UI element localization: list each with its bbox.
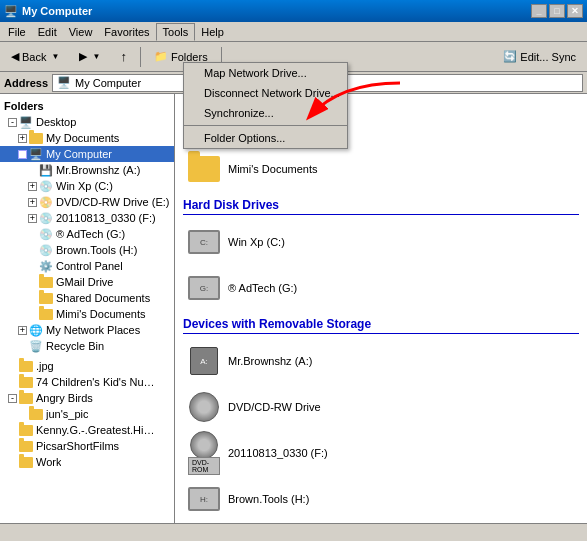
up-icon: ↑: [120, 49, 127, 64]
up-button[interactable]: ↑: [113, 45, 134, 69]
content-item-drive-g[interactable]: G: ® AdTech (G:): [183, 267, 403, 309]
sidebar-label-floppy-a: Mr.Brownshz (A:): [56, 164, 140, 176]
sidebar-item-my-documents[interactable]: My Documents: [0, 130, 174, 146]
sidebar-label-angry-birds: Angry Birds: [36, 392, 93, 404]
menu-disconnect-network-drive[interactable]: Disconnect Network Drive...: [184, 83, 347, 103]
expander-drive-f[interactable]: [28, 214, 37, 223]
sidebar-item-desktop[interactable]: 🖥️ Desktop: [0, 114, 174, 130]
mimis-docs-large-icon: [188, 153, 220, 185]
expander-my-documents[interactable]: [18, 134, 27, 143]
drive-f-content-label: 20110813_0330 (F:): [228, 447, 328, 459]
sidebar-label-picsar: PicsarShortFilms: [36, 440, 119, 452]
menu-file[interactable]: File: [2, 24, 32, 40]
menu-folder-options[interactable]: Folder Options...: [184, 128, 347, 148]
sidebar-item-juns-pic[interactable]: jun's_pic: [0, 406, 174, 422]
expander-my-computer[interactable]: [18, 150, 27, 159]
sidebar-item-gmail-drive[interactable]: GMail Drive: [0, 274, 174, 290]
menu-help[interactable]: Help: [195, 24, 230, 40]
expander-empty-jpg: [8, 362, 17, 371]
my-documents-icon: [29, 131, 43, 145]
menu-tools[interactable]: Tools: [156, 23, 196, 41]
desktop-icon: 🖥️: [19, 115, 33, 129]
minimize-button[interactable]: _: [531, 4, 547, 18]
back-icon: ◀: [11, 50, 19, 63]
window-title: My Computer: [22, 5, 92, 17]
hard-disk-drives-header: Hard Disk Drives: [183, 198, 579, 215]
floppy-a-icon: 💾: [39, 163, 53, 177]
menu-edit[interactable]: Edit: [32, 24, 63, 40]
sidebar-item-74-children[interactable]: 74 Children's Kid's Nursery Rhym...: [0, 374, 174, 390]
menu-view[interactable]: View: [63, 24, 99, 40]
drive-e-icon: 📀: [39, 195, 53, 209]
sidebar: Folders 🖥️ Desktop My Documents 🖥️ My Co…: [0, 94, 175, 523]
sidebar-label-drive-g: ® AdTech (G:): [56, 228, 125, 240]
folders-icon: 📁: [154, 50, 168, 63]
angry-birds-icon: [19, 391, 33, 405]
content-item-drive-f[interactable]: DVD-ROM 20110813_0330 (F:): [183, 432, 403, 474]
menu-map-network-drive[interactable]: Map Network Drive...: [184, 63, 347, 83]
title-bar: 🖥️ My Computer _ □ ✕: [0, 0, 587, 22]
sidebar-item-drive-g[interactable]: 💿 ® AdTech (G:): [0, 226, 174, 242]
content-item-drive-h[interactable]: H: Brown.Tools (H:): [183, 478, 403, 520]
forward-dropdown-icon[interactable]: ▼: [90, 51, 102, 63]
edit-sync-button[interactable]: 🔄 Edit... Sync: [496, 45, 583, 69]
close-button[interactable]: ✕: [567, 4, 583, 18]
recycle-bin-icon: 🗑️: [29, 339, 43, 353]
children-icon: [19, 375, 33, 389]
drive-h-content-label: Brown.Tools (H:): [228, 493, 309, 505]
floppy-a-large-icon: A:: [188, 345, 220, 377]
content-item-drive-e[interactable]: DVD/CD-RW Drive: [183, 386, 403, 428]
sidebar-label-work: Work: [36, 456, 61, 468]
sidebar-item-drive-c[interactable]: 💿 Win Xp (C:): [0, 178, 174, 194]
sidebar-item-shared-documents[interactable]: Shared Documents: [0, 290, 174, 306]
gmail-drive-icon: [39, 275, 53, 289]
forward-button[interactable]: ▶ ▼: [72, 45, 109, 69]
drive-h-large-icon: H:: [188, 483, 220, 515]
picsar-icon: [19, 439, 33, 453]
content-item-drive-c[interactable]: C: Win Xp (C:): [183, 221, 403, 263]
sidebar-item-my-computer[interactable]: 🖥️ My Computer: [0, 146, 174, 162]
sidebar-label-my-documents: My Documents: [46, 132, 119, 144]
drive-e-content-label: DVD/CD-RW Drive: [228, 401, 321, 413]
floppy-a-content-label: Mr.Brownshz (A:): [228, 355, 312, 367]
expander-empty-74: [8, 378, 17, 387]
sidebar-item-jpg[interactable]: .jpg: [0, 358, 174, 374]
sidebar-item-mimis-documents[interactable]: Mimi's Documents: [0, 306, 174, 322]
control-panel-icon: ⚙️: [39, 259, 53, 273]
sidebar-label-network: My Network Places: [46, 324, 140, 336]
maximize-button[interactable]: □: [549, 4, 565, 18]
expander-empty-jp: [18, 410, 27, 419]
sidebar-label-74-children: 74 Children's Kid's Nursery Rhym...: [36, 376, 156, 388]
expander-angry-birds[interactable]: [8, 394, 17, 403]
window: 🖥️ My Computer _ □ ✕ File Edit View Favo…: [0, 0, 587, 541]
expander-network[interactable]: [18, 326, 27, 335]
shared-docs-icon: [39, 291, 53, 305]
menu-separator: [184, 125, 347, 126]
sidebar-item-network-places[interactable]: 🌐 My Network Places: [0, 322, 174, 338]
sidebar-item-drive-h[interactable]: 💿 Brown.Tools (H:): [0, 242, 174, 258]
menu-favorites[interactable]: Favorites: [98, 24, 155, 40]
edit-sync-label: Edit... Sync: [520, 51, 576, 63]
menu-synchronize[interactable]: Synchronize...: [184, 103, 347, 123]
back-dropdown-icon[interactable]: ▼: [49, 51, 61, 63]
back-button[interactable]: ◀ Back ▼: [4, 45, 68, 69]
drive-f-large-icon: DVD-ROM: [188, 437, 220, 469]
content-item-mimis-documents[interactable]: Mimi's Documents: [183, 148, 403, 190]
sidebar-item-kenny-g[interactable]: Kenny.G.-.Greatest.Hits.2CDs.(2...: [0, 422, 174, 438]
sidebar-item-drive-f[interactable]: 💿 20110813_0330 (F:): [0, 210, 174, 226]
sidebar-label-drive-f: 20110813_0330 (F:): [56, 212, 156, 224]
sidebar-item-angry-birds[interactable]: Angry Birds: [0, 390, 174, 406]
sidebar-item-control-panel[interactable]: ⚙️ Control Panel: [0, 258, 174, 274]
sidebar-item-drive-e[interactable]: 📀 DVD/CD-RW Drive (E:): [0, 194, 174, 210]
sidebar-item-recycle-bin[interactable]: 🗑️ Recycle Bin: [0, 338, 174, 354]
expander-drive-c[interactable]: [28, 182, 37, 191]
mimis-docs-icon: [39, 307, 53, 321]
sidebar-item-work[interactable]: Work: [0, 454, 174, 470]
sidebar-item-floppy-a[interactable]: 💾 Mr.Brownshz (A:): [0, 162, 174, 178]
sidebar-item-picsar[interactable]: PicsarShortFilms: [0, 438, 174, 454]
content-item-floppy-a[interactable]: A: Mr.Brownshz (A:): [183, 340, 403, 382]
window-controls: _ □ ✕: [531, 4, 583, 18]
expander-drive-e[interactable]: [28, 198, 37, 207]
sidebar-label-drive-e: DVD/CD-RW Drive (E:): [56, 196, 169, 208]
expander-desktop[interactable]: [8, 118, 17, 127]
